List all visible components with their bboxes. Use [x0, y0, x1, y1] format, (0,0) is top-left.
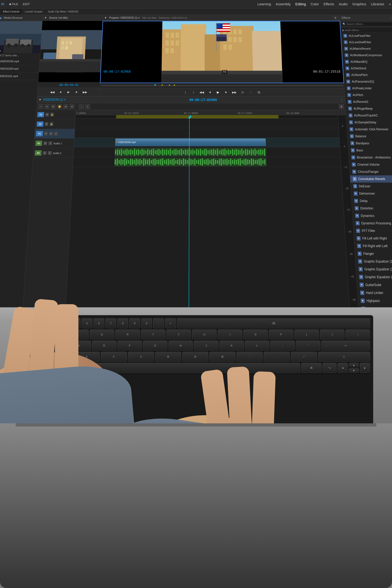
- key-h[interactable]: H: [168, 340, 193, 351]
- key-comma[interactable]: ,: [236, 352, 263, 362]
- media-list-item-3[interactable]: ▶ VIDEO0191.mp4: [0, 72, 39, 80]
- key-shift-left[interactable]: ⇧: [22, 352, 46, 362]
- key-arrow-up[interactable]: ▲: [349, 363, 359, 368]
- menu-file[interactable]: ■ FILE: [9, 2, 18, 6]
- key-r[interactable]: R: [115, 330, 140, 340]
- key-g[interactable]: G: [143, 340, 168, 351]
- key-d[interactable]: D: [92, 340, 116, 351]
- key-fn[interactable]: fn: [22, 363, 33, 373]
- menu-edit[interactable]: EDIT: [23, 2, 30, 6]
- menu-assembly[interactable]: Assembly: [276, 2, 291, 6]
- program-settings-btn[interactable]: ⚙: [332, 16, 338, 20]
- effect-item-guitarsuite[interactable]: ▼ GuitarSuite: [357, 281, 392, 289]
- key-c[interactable]: C: [101, 352, 127, 362]
- key-slash[interactable]: /: [291, 352, 317, 362]
- key-cmd-left[interactable]: ⌘: [62, 363, 83, 373]
- effect-item-bandpass[interactable]: ▼ Bandpass: [348, 140, 392, 147]
- prog-ctrl-step-back[interactable]: ◄: [208, 90, 212, 95]
- effect-item-bass[interactable]: ▼ Bass: [348, 147, 392, 154]
- key-option-right[interactable]: ⌥: [322, 363, 337, 373]
- effect-item-aunewpitch[interactable]: ▼ AUNewPitch: [344, 72, 392, 78]
- menu-editing[interactable]: Editing: [295, 2, 306, 6]
- ctrl-play[interactable]: ►: [66, 90, 71, 94]
- key-x[interactable]: X: [74, 352, 100, 362]
- effect-item-auparametriceq[interactable]: ▼ AUParametricEQ: [344, 78, 392, 85]
- track-v1-m[interactable]: M: [49, 132, 53, 136]
- tl-tool-selector[interactable]: ↑: [38, 104, 43, 109]
- key-3[interactable]: 3: [58, 318, 69, 328]
- effect-item-fill-left[interactable]: ▼ Fill Left with Right: [354, 234, 392, 242]
- media-list-item-2[interactable]: ▶ VIDEO0258.mp4: [0, 65, 39, 72]
- effect-item-aumultibandcompressor[interactable]: ▼ AUMultibandCompressor: [342, 52, 392, 58]
- key-cmd-right[interactable]: ⌘: [301, 363, 322, 373]
- key-ctrl[interactable]: ⌃: [34, 363, 46, 373]
- tl-tool-zoom-out[interactable]: -: [79, 104, 84, 109]
- key-q[interactable]: Q: [38, 330, 63, 340]
- effect-item-binaularizer[interactable]: ▼ Binaularizer - Ambisonics: [349, 154, 392, 161]
- key-9[interactable]: 9: [129, 318, 140, 328]
- key-y[interactable]: Y: [166, 330, 191, 340]
- key-bracket-left[interactable]: [: [294, 330, 319, 340]
- key-caps[interactable]: Caps: [22, 340, 40, 351]
- key-tilde[interactable]: ~: [22, 318, 33, 328]
- key-tab[interactable]: Tab: [22, 330, 38, 340]
- track-v2-lock[interactable]: 🔓: [50, 122, 54, 126]
- effect-item-graphic-eq-30[interactable]: ▼ Graphic Equalizer (30 Bands): [356, 273, 392, 281]
- track-a1-m[interactable]: M: [44, 141, 47, 145]
- effect-item-aureverb2[interactable]: ▼ AUReverb2: [345, 98, 392, 105]
- ctrl-step-fwd[interactable]: ►: [74, 90, 79, 94]
- effect-item-aunbandeq[interactable]: ▼ AUNBandEQ: [342, 58, 392, 65]
- timeline-menu-btn[interactable]: ⋮: [340, 98, 344, 102]
- audio-waveform-1[interactable]: [115, 148, 266, 156]
- audio-waveform-2[interactable]: [114, 158, 266, 166]
- effect-item-aupitch[interactable]: ▼ AUPitch: [345, 92, 392, 98]
- effect-item-dynamics[interactable]: ▼ Dynamics: [352, 212, 392, 220]
- key-bracket-right[interactable]: ]: [320, 330, 344, 340]
- track-a2-s[interactable]: S: [48, 151, 52, 155]
- key-1[interactable]: 1: [34, 318, 45, 328]
- track-a2-m[interactable]: M: [43, 151, 47, 155]
- key-a[interactable]: A: [41, 340, 66, 351]
- key-o[interactable]: O: [243, 330, 268, 340]
- effect-item-aumatrixreverb[interactable]: ▼ AUMatrixReverb: [342, 46, 392, 52]
- menu-libraries[interactable]: Libraries: [371, 2, 384, 6]
- key-return[interactable]: ↵: [321, 340, 370, 351]
- prog-ctrl-mark-in[interactable]: {: [183, 90, 188, 95]
- effect-item-auroundtripaac[interactable]: ▼ AURoundTripAAC: [346, 112, 392, 119]
- track-v2-eye[interactable]: 👁: [44, 122, 48, 126]
- tl-tool-slide[interactable]: ⇔: [69, 104, 74, 109]
- prog-ctrl-step-fwd[interactable]: ►: [224, 90, 229, 95]
- prog-ctrl-cam[interactable]: 📷: [256, 90, 262, 95]
- effect-item-fill-right[interactable]: ▼ Fill Right with Left: [354, 242, 392, 250]
- key-b[interactable]: B: [155, 352, 181, 362]
- key-5[interactable]: 5: [82, 318, 92, 328]
- key-v[interactable]: V: [128, 352, 154, 362]
- effect-item-graphic-eq-10[interactable]: ▼ Graphic Equalizer (10 Bands): [355, 258, 392, 265]
- key-w[interactable]: W: [64, 330, 89, 340]
- key-j[interactable]: J: [194, 340, 218, 351]
- track-v1-eye[interactable]: 👁: [44, 132, 48, 136]
- effect-item-automatic-click-remover[interactable]: ▼ Automatic Click Remover: [347, 126, 392, 133]
- effect-item-balance[interactable]: ▼ Balance: [347, 133, 392, 140]
- ctrl-step-back[interactable]: ◄: [58, 90, 63, 94]
- key-0[interactable]: 0: [141, 318, 152, 328]
- effect-item-graphic-eq-20[interactable]: ▼ Graphic Equalizer (20 Bands): [356, 265, 392, 273]
- ctrl-go-start[interactable]: ◀◀: [50, 90, 55, 94]
- effect-item-aulowshelffilter[interactable]: ▼ AULowShelfFilter: [341, 39, 392, 46]
- menu-learning[interactable]: Learning: [258, 2, 271, 6]
- effect-item-chorus-flanger[interactable]: ▼ Chorus/Flanger: [350, 168, 392, 175]
- effect-item-aurogerbeep[interactable]: ▼ AURogerBeep: [346, 105, 392, 112]
- track-v3-eye[interactable]: 👁: [45, 113, 49, 116]
- key-8[interactable]: 8: [117, 318, 128, 328]
- effect-item-aunetsend[interactable]: ▼ AUNetSend: [343, 65, 392, 72]
- tab-audio-clip-mixer[interactable]: Audio Clip Mixer: VIDEO02: [46, 9, 81, 14]
- effects-search-input[interactable]: [346, 23, 392, 26]
- key-u[interactable]: U: [192, 330, 216, 340]
- menu-color[interactable]: Color: [310, 2, 319, 6]
- effect-item-fft-filter[interactable]: ▼ FFT Filter: [354, 227, 392, 234]
- effect-item-hard-limiter[interactable]: ▼ Hard Limiter: [357, 289, 392, 297]
- effect-item-deesser[interactable]: ▼ DeEsser: [350, 183, 392, 190]
- track-a1-s[interactable]: S: [48, 141, 52, 145]
- tl-settings[interactable]: ⚙: [339, 104, 344, 109]
- effect-item-aupeaklimiter[interactable]: ▼ AUPeakLimiter: [344, 85, 392, 92]
